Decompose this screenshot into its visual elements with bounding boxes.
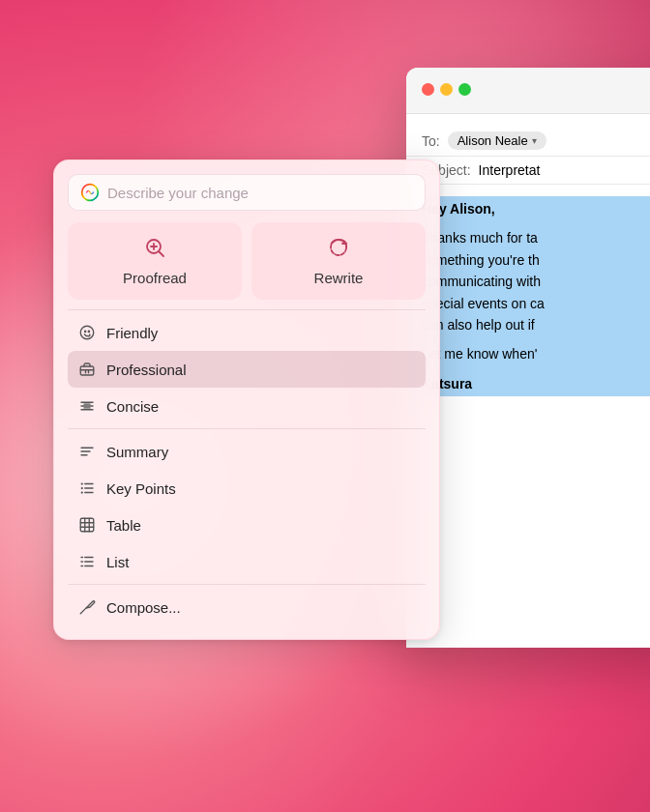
- menu-item-friendly[interactable]: Friendly: [68, 314, 426, 351]
- action-buttons: Proofread Rewrite: [68, 222, 426, 300]
- traffic-lights: [422, 83, 471, 96]
- menu-item-table[interactable]: Table: [68, 507, 426, 543]
- friendly-icon: [77, 323, 97, 342]
- mail-signature: Katsura: [422, 373, 650, 394]
- minimize-button[interactable]: [440, 83, 453, 96]
- divider-1: [68, 309, 426, 310]
- divider-3: [68, 584, 426, 585]
- compose-item[interactable]: Compose...: [68, 589, 426, 625]
- search-placeholder: Describe your change: [107, 185, 249, 201]
- menu-item-list[interactable]: List: [68, 543, 426, 580]
- table-label: Table: [106, 517, 141, 534]
- to-label: To:: [422, 133, 440, 149]
- menu-item-concise[interactable]: Concise: [68, 388, 426, 424]
- rewrite-icon: [327, 236, 350, 264]
- rewrite-label: Rewrite: [314, 270, 364, 286]
- proofread-label: Proofread: [123, 270, 187, 286]
- menu-item-summary[interactable]: Summary: [68, 433, 426, 470]
- mail-to-field: To: Alison Neale ▾: [406, 126, 650, 157]
- ai-writing-panel: Describe your change Proofread: [53, 160, 440, 640]
- summary-label: Summary: [106, 444, 168, 460]
- menu-item-professional[interactable]: Professional: [68, 351, 426, 388]
- rewrite-button[interactable]: Rewrite: [251, 222, 426, 300]
- key-points-icon: [77, 478, 97, 498]
- svg-point-27: [81, 487, 83, 489]
- to-chevron-icon: ▾: [532, 135, 537, 146]
- summary-icon: [77, 442, 97, 461]
- subject-value: Interpretat: [479, 162, 541, 178]
- svg-point-8: [80, 326, 94, 339]
- mail-body-text2: Let me know when': [422, 343, 650, 364]
- mail-content: Hey Alison, Thanks much for tasomething …: [406, 185, 650, 408]
- concise-icon: [77, 396, 97, 416]
- compose-label: Compose...: [106, 599, 181, 616]
- mail-body: To: Alison Neale ▾ Subject: Interpretat …: [406, 114, 650, 420]
- search-bar[interactable]: Describe your change: [68, 174, 426, 211]
- svg-point-28: [81, 491, 83, 493]
- mail-selected-text: Hey Alison, Thanks much for tasomething …: [422, 196, 650, 396]
- to-value-chip[interactable]: Alison Neale ▾: [448, 131, 547, 150]
- list-icon: [77, 552, 97, 571]
- list-label: List: [106, 554, 129, 570]
- apple-intelligence-icon: [80, 183, 100, 202]
- svg-point-9: [85, 331, 86, 332]
- svg-point-26: [81, 482, 83, 484]
- menu-item-key-points[interactable]: Key Points: [68, 470, 426, 507]
- svg-line-40: [80, 608, 86, 614]
- mail-greeting: Hey Alison,: [422, 198, 650, 219]
- concise-label: Concise: [106, 398, 159, 415]
- proofread-icon: [143, 236, 166, 264]
- mail-titlebar: [406, 68, 650, 114]
- svg-rect-11: [80, 366, 94, 375]
- mail-window: To: Alison Neale ▾ Subject: Interpretat …: [406, 68, 650, 648]
- to-name: Alison Neale: [458, 133, 528, 148]
- maximize-button[interactable]: [458, 83, 471, 96]
- svg-rect-29: [80, 518, 94, 532]
- key-points-label: Key Points: [106, 480, 176, 497]
- mail-body-text1: Thanks much for tasomething you're thcom…: [422, 227, 650, 335]
- close-button[interactable]: [422, 83, 434, 96]
- svg-line-4: [160, 252, 164, 257]
- proofread-button[interactable]: Proofread: [68, 222, 242, 300]
- professional-label: Professional: [106, 362, 187, 378]
- mail-subject-field: Subject: Interpretat: [406, 157, 650, 185]
- friendly-label: Friendly: [106, 325, 158, 341]
- table-icon: [77, 515, 97, 535]
- professional-icon: [77, 360, 97, 379]
- compose-icon: [77, 597, 97, 617]
- svg-point-10: [88, 331, 89, 332]
- divider-2: [68, 428, 426, 429]
